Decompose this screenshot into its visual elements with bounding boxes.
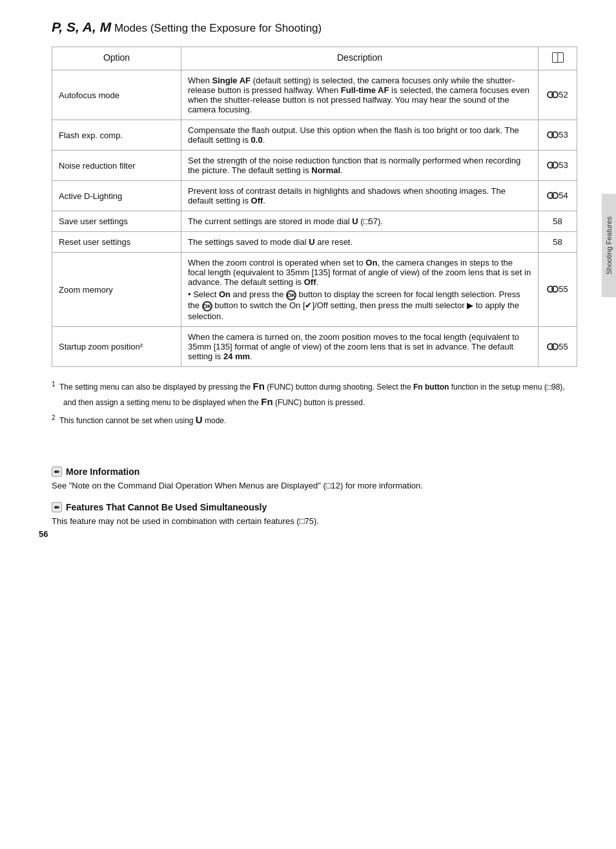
- desc-cell-save: The current settings are stored in mode …: [181, 211, 539, 232]
- ref-cell-dlighting: 54: [539, 181, 577, 211]
- option-cell-autofocus: Autofocus mode: [52, 70, 181, 120]
- chain-icon: [547, 286, 559, 293]
- header-ref: [539, 47, 577, 70]
- ref-icon: 55: [547, 284, 568, 294]
- header-option: Option: [52, 47, 181, 70]
- chain-icon: [547, 162, 559, 169]
- ref-cell-flash: 53: [539, 120, 577, 151]
- option-cell-dlighting: Active D-Lighting: [52, 181, 181, 211]
- more-info-text: See "Note on the Command Dial Operation …: [52, 481, 577, 490]
- ref-icon: 54: [547, 191, 568, 200]
- footnotes: 1 The setting menu can also be displayed…: [52, 379, 577, 428]
- page-container: P, S, A, M Modes (Setting the Exposure f…: [0, 0, 616, 552]
- page-number: 56: [39, 529, 48, 539]
- ref-cell-startup-zoom: 55: [539, 327, 577, 367]
- chain-circle2: [551, 131, 559, 138]
- table-row: Flash exp. comp. Compensate the flash ou…: [52, 120, 577, 151]
- psam-modes: P, S, A, M: [52, 19, 111, 34]
- option-cell-flash: Flash exp. comp.: [52, 120, 181, 151]
- desc-cell-startup-zoom: When the camera is turned on, the zoom p…: [181, 327, 539, 367]
- more-info-title: ✏ More Information: [52, 466, 577, 477]
- ref-icon: 53: [547, 160, 568, 170]
- more-info-title-text: More Information: [66, 466, 139, 477]
- footnote-2: 2 This function cannot be set when using…: [52, 412, 577, 428]
- desc-cell-dlighting: Prevent loss of contrast details in high…: [181, 181, 539, 211]
- sidebar-label: Shooting Features: [602, 194, 616, 297]
- desc-cell-flash: Compensate the flash output. Use this op…: [181, 120, 539, 151]
- option-cell-startup-zoom: Startup zoom position²: [52, 327, 181, 367]
- desc-cell-zoom-memory: When the zoom control is operated when s…: [181, 253, 539, 327]
- ref-cell-noise: 53: [539, 151, 577, 181]
- table-row: Zoom memory When the zoom control is ope…: [52, 253, 577, 327]
- ref-icon: 53: [547, 130, 568, 140]
- header-description: Description: [181, 47, 539, 70]
- page-header: P, S, A, M Modes (Setting the Exposure f…: [52, 19, 577, 35]
- ref-cell-autofocus: 52: [539, 70, 577, 120]
- table-row: Active D-Lighting Prevent loss of contra…: [52, 181, 577, 211]
- ref-icon: 55: [547, 342, 568, 351]
- chain-circle2: [551, 192, 559, 199]
- desc-cell-reset: The settings saved to mode dial U are re…: [181, 232, 539, 253]
- chain-circle2: [551, 91, 559, 98]
- page-title-suffix: Modes (Setting the Exposure for Shooting…: [111, 22, 322, 34]
- option-cell-save: Save user settings: [52, 211, 181, 232]
- ok-button-icon2: OK: [202, 301, 212, 311]
- footnote-1: 1 The setting menu can also be displayed…: [52, 379, 577, 410]
- features-text: This feature may not be used in combinat…: [52, 516, 577, 526]
- features-title-text: Features That Cannot Be Used Simultaneou…: [66, 502, 267, 512]
- more-info-section: ✏ More Information See "Note on the Comm…: [52, 466, 577, 490]
- ok-button-icon: OK: [286, 290, 296, 300]
- table-row: Reset user settings The settings saved t…: [52, 232, 577, 253]
- pencil-icon2: ✏: [52, 502, 62, 512]
- table-row: Save user settings The current settings …: [52, 211, 577, 232]
- table-row: Startup zoom position² When the camera i…: [52, 327, 577, 367]
- options-table: Option Description Autofocus mode When S…: [52, 47, 577, 367]
- option-cell-zoom-memory: Zoom memory: [52, 253, 181, 327]
- chain-icon: [547, 91, 559, 98]
- option-cell-noise: Noise reduction filter: [52, 151, 181, 181]
- chain-icon: [547, 131, 559, 138]
- chain-circle2: [551, 343, 559, 350]
- desc-cell-noise: Set the strength of the noise reduction …: [181, 151, 539, 181]
- features-section: ✏ Features That Cannot Be Used Simultane…: [52, 502, 577, 526]
- option-cell-reset: Reset user settings: [52, 232, 181, 253]
- chain-icon: [547, 343, 559, 350]
- ref-cell-zoom-memory: 55: [539, 253, 577, 327]
- ref-cell-reset: 58: [539, 232, 577, 253]
- ref-icon: 52: [547, 90, 568, 100]
- features-section-title: ✏ Features That Cannot Be Used Simultane…: [52, 502, 577, 512]
- desc-cell-autofocus: When Single AF (default setting) is sele…: [181, 70, 539, 120]
- pencil-icon: ✏: [52, 466, 62, 477]
- table-row: Noise reduction filter Set the strength …: [52, 151, 577, 181]
- chain-circle2: [551, 286, 559, 293]
- table-row: Autofocus mode When Single AF (default s…: [52, 70, 577, 120]
- chain-circle2: [551, 162, 559, 169]
- book-icon: [552, 52, 564, 63]
- chain-icon: [547, 192, 559, 199]
- ref-cell-save: 58: [539, 211, 577, 232]
